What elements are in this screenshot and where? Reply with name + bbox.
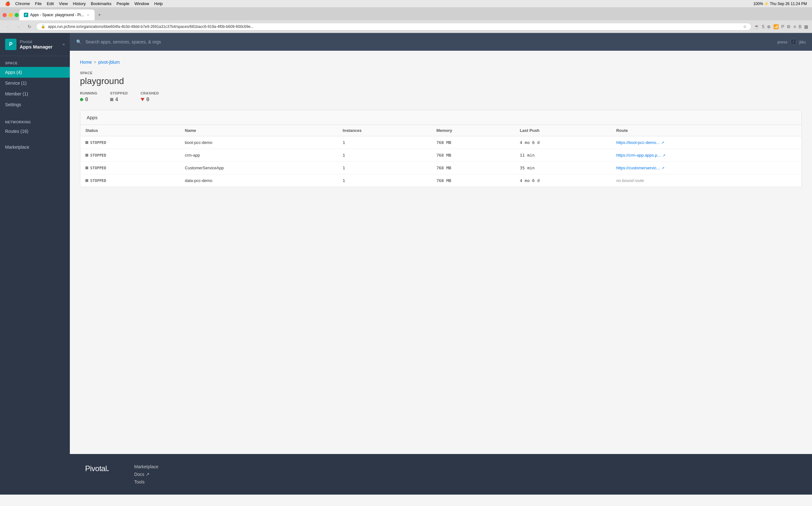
sidebar-item-marketplace[interactable]: Marketplace xyxy=(0,142,70,153)
sidebar-item-settings-label: Settings xyxy=(5,102,21,107)
search-input[interactable] xyxy=(85,39,773,45)
table-row: STOPPEDdata-pcc-demo1768 MB4 mo 6 dno bo… xyxy=(80,174,802,187)
col-header-instances: Instances xyxy=(337,125,431,136)
stat-stopped: STOPPED 4 xyxy=(110,91,128,102)
sidebar-item-member-label: Member (1) xyxy=(5,91,28,96)
breadcrumb-separator: > xyxy=(94,60,96,65)
help-menu[interactable]: Help xyxy=(154,1,163,6)
url-text: apps.run.pcfone.io/organizations/bbe604f… xyxy=(48,24,741,29)
fullscreen-window-button[interactable] xyxy=(15,13,19,17)
col-header-status: Status xyxy=(80,125,180,136)
route-link[interactable]: https://boot-pcc-demo... xyxy=(616,140,660,145)
sidebar-item-routes[interactable]: Routes (16) xyxy=(0,126,70,137)
row-2-status: STOPPED xyxy=(80,162,180,174)
apps-table: Status Name Instances Memory Last Push R… xyxy=(80,125,802,187)
row-1-lastpush: 11 min xyxy=(515,149,611,162)
browser-ext-8[interactable]: B xyxy=(799,24,802,29)
people-menu[interactable]: People xyxy=(117,1,129,6)
close-window-button[interactable] xyxy=(3,13,7,17)
press-label: press xyxy=(777,39,788,45)
col-header-lastpush: Last Push xyxy=(515,125,611,136)
sidebar-header: P Pivotal Apps Manager « xyxy=(0,33,70,56)
row-1-route[interactable]: https://crm-app.apps.p... ↗ xyxy=(611,149,802,162)
window-menu[interactable]: Window xyxy=(135,1,149,6)
file-menu[interactable]: File xyxy=(35,1,42,6)
sidebar-item-apps[interactable]: Apps (4) xyxy=(0,67,70,78)
forward-button[interactable]: › xyxy=(15,22,23,31)
browser-ext-3[interactable]: ⊕ xyxy=(767,24,771,29)
content-area: Home > pivot-jblum SPACE playground RUNN… xyxy=(70,51,812,454)
row-1-memory: 768 MB xyxy=(431,149,515,162)
col-header-name: Name xyxy=(180,125,337,136)
footer-link-tools[interactable]: Tools xyxy=(134,479,158,485)
route-link[interactable]: https://customerservic... xyxy=(616,166,660,170)
browser-ext-9[interactable]: ▦ xyxy=(804,24,808,29)
app-name-link[interactable]: boot-pcc-demo xyxy=(185,140,212,145)
sidebar-brand-appsmanager: Apps Manager xyxy=(20,44,52,50)
row-3-route: no bound route xyxy=(611,174,802,187)
browser-ext-6[interactable]: ⚙ xyxy=(787,24,791,29)
edit-menu[interactable]: Edit xyxy=(47,1,54,6)
tab-close-button[interactable]: × xyxy=(86,13,90,17)
active-tab[interactable]: P Apps - Space: playground - Pi... × xyxy=(19,9,94,20)
stat-running-value: 0 xyxy=(80,96,97,102)
sidebar-item-member[interactable]: Member (1) xyxy=(0,88,70,99)
new-tab-button[interactable]: + xyxy=(95,11,104,19)
reload-button[interactable]: ↻ xyxy=(25,22,33,31)
url-bar[interactable]: 🔒 apps.run.pcfone.io/organizations/bbe60… xyxy=(36,23,751,30)
apple-menu[interactable]: 🍎 xyxy=(5,1,10,6)
app-name-link[interactable]: crm-app xyxy=(185,153,200,158)
stat-crashed-value: 0 xyxy=(141,96,159,102)
row-3-instances: 1 xyxy=(337,174,431,187)
row-3-lastpush: 4 mo 6 d xyxy=(515,174,611,187)
lock-icon: 🔒 xyxy=(41,24,46,28)
browser-ext-2[interactable]: 5 xyxy=(762,24,764,29)
apps-table-header-row: Status Name Instances Memory Last Push R… xyxy=(80,125,802,136)
bookmarks-menu[interactable]: Bookmarks xyxy=(91,1,112,6)
breadcrumb-current[interactable]: pivot-jblum xyxy=(98,60,120,65)
footer-link-docs[interactable]: Docs ↗ xyxy=(134,472,158,477)
view-menu[interactable]: View xyxy=(59,1,68,6)
sidebar-item-settings[interactable]: Settings xyxy=(0,99,70,110)
route-link[interactable]: https://crm-app.apps.p... xyxy=(616,153,661,158)
space-name: playground xyxy=(80,76,802,86)
sidebar-brand: Pivotal Apps Manager xyxy=(20,39,52,50)
stat-crashed: CRASHED 0 xyxy=(141,91,159,102)
row-1-name[interactable]: crm-app xyxy=(180,149,337,162)
row-3-name[interactable]: data-pcc-demo xyxy=(180,174,337,187)
footer-links: Marketplace Docs ↗ Tools xyxy=(134,464,158,485)
breadcrumb-home[interactable]: Home xyxy=(80,60,92,65)
browser-ext-5[interactable]: P xyxy=(781,24,784,29)
top-bar: 🔍 press / jblu xyxy=(70,33,812,51)
chrome-menu[interactable]: Chrome xyxy=(15,1,30,6)
sidebar-collapse-button[interactable]: « xyxy=(63,42,65,47)
row-0-route[interactable]: https://boot-pcc-demo... ↗ xyxy=(611,136,802,149)
app-layout: P Pivotal Apps Manager « Space Apps (4) … xyxy=(0,33,812,495)
app-name-link[interactable]: data-pcc-demo xyxy=(185,178,212,183)
stopped-status-icon xyxy=(85,179,88,182)
browser-ext-4[interactable]: 📶 xyxy=(773,24,779,29)
apps-section-title: Apps xyxy=(80,110,802,125)
minimize-window-button[interactable] xyxy=(9,13,13,17)
col-header-memory: Memory xyxy=(431,125,515,136)
row-2-route[interactable]: https://customerservic... ↗ xyxy=(611,162,802,174)
browser-ext-7[interactable]: ≡ xyxy=(793,24,796,29)
main-content: Home > pivot-jblum SPACE playground RUNN… xyxy=(70,51,812,495)
col-header-route: Route xyxy=(611,125,802,136)
history-menu[interactable]: History xyxy=(73,1,86,6)
app-name-link[interactable]: CustomerServiceApp xyxy=(185,166,224,170)
external-link-icon: ↗ xyxy=(661,141,664,145)
footer-link-marketplace[interactable]: Marketplace xyxy=(134,464,158,469)
row-2-name[interactable]: CustomerServiceApp xyxy=(180,162,337,174)
stopped-count: 4 xyxy=(115,96,118,102)
row-0-name[interactable]: boot-pcc-demo xyxy=(180,136,337,149)
back-button[interactable]: ‹ xyxy=(4,22,12,31)
top-bar-right: press / jblu xyxy=(777,39,806,45)
apps-table-body: STOPPEDboot-pcc-demo1768 MB4 mo 6 dhttps… xyxy=(80,136,802,187)
row-3-memory: 768 MB xyxy=(431,174,515,187)
stopped-status-icon xyxy=(85,166,88,169)
browser-ext-1[interactable]: ☕ xyxy=(754,24,759,29)
sidebar-item-service[interactable]: Service (1) xyxy=(0,78,70,88)
stat-stopped-label: STOPPED xyxy=(110,91,128,95)
row-0-memory: 768 MB xyxy=(431,136,515,149)
